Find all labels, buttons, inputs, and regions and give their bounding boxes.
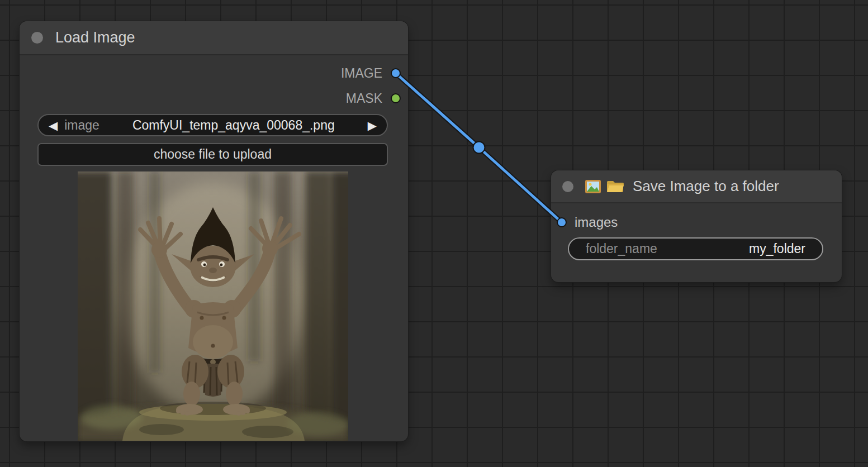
- folder-name-value: my_folder: [749, 241, 805, 256]
- output-label-mask: MASK: [346, 90, 382, 106]
- combo-label: image: [64, 118, 99, 133]
- node-title: Save Image to a folder: [633, 178, 779, 195]
- folder-icon: [606, 178, 625, 195]
- combo-prev-arrow-icon[interactable]: ◀: [49, 120, 58, 131]
- output-label-image: IMAGE: [341, 65, 382, 81]
- image-preview: [78, 171, 348, 441]
- images-input-port[interactable]: [557, 218, 566, 227]
- save-node-header[interactable]: Save Image to a folder: [551, 170, 842, 203]
- troll-forest-illustration: [78, 171, 348, 441]
- combo-value: ComfyUI_temp_aqyva_00068_.png: [99, 118, 368, 133]
- folder-name-widget[interactable]: folder_name my_folder: [568, 237, 823, 260]
- collapse-dot[interactable]: [31, 32, 43, 44]
- node-graph-canvas[interactable]: { "canvas": { "background": "#2a2a2a", "…: [0, 0, 868, 467]
- image-output-port[interactable]: [391, 69, 400, 78]
- image-combo-widget[interactable]: ◀ image ComfyUI_temp_aqyva_00068_.png ▶: [37, 114, 388, 136]
- node-title: Load Image: [55, 29, 135, 46]
- load-image-node-header[interactable]: Load Image: [20, 21, 408, 55]
- collapse-dot[interactable]: [562, 181, 573, 192]
- save-image-node[interactable]: Save Image to a folder images folder_nam…: [551, 170, 842, 282]
- choose-file-upload-button[interactable]: choose file to upload: [37, 143, 388, 166]
- load-image-node[interactable]: Load Image IMAGE MASK ◀ image ComfyUI_te…: [20, 21, 408, 441]
- combo-next-arrow-icon[interactable]: ▶: [368, 120, 377, 131]
- folder-name-label: folder_name: [586, 241, 657, 256]
- mask-output-port[interactable]: [391, 93, 401, 103]
- link-midpoint-dot[interactable]: [473, 142, 485, 154]
- picture-icon: [585, 178, 601, 195]
- node-title-icons: [585, 178, 625, 195]
- input-label-images: images: [575, 215, 618, 230]
